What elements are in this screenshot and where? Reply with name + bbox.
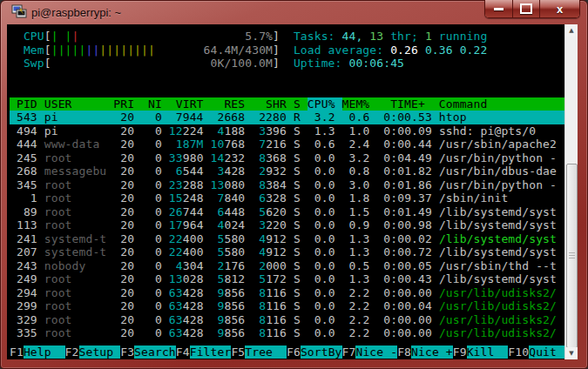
close-button[interactable]: x <box>540 0 579 17</box>
fkey-f7[interactable]: F7Nice - <box>342 346 398 359</box>
fkey-f1[interactable]: F1Help <box>10 346 65 359</box>
putty-icon <box>11 4 27 19</box>
column-header-ni[interactable]: NI <box>141 97 162 111</box>
column-header-pid[interactable]: PID <box>10 97 37 111</box>
column-header-res[interactable]: RES <box>211 97 246 111</box>
fkey-f3[interactable]: F3Search <box>120 346 176 359</box>
fkey-bar: F1Help F2Setup F3SearchF4FilterF5Tree F6… <box>10 346 565 359</box>
fkey-f4[interactable]: F4Filter <box>176 346 232 359</box>
column-header-pri[interactable]: PRI <box>113 97 134 111</box>
process-row-345[interactable]: 345 root 20 0 23288 13080 8384 S 0.0 3.0… <box>10 178 565 192</box>
scrollbar-down-button[interactable]: ▼ <box>565 347 578 359</box>
process-row-243[interactable]: 243 nobody 20 0 4304 2176 2000 S 0.0 0.5… <box>10 259 565 273</box>
process-row-89[interactable]: 89 root 20 0 26744 6448 5620 S 0.0 1.5 0… <box>10 205 565 219</box>
column-header-command[interactable]: Command <box>439 97 557 111</box>
window-title: pi@raspberrypi: ~ <box>31 6 121 19</box>
process-row-241[interactable]: 241 systemd-t 20 0 22400 5580 4912 S 0.0… <box>10 232 565 246</box>
tasks-line: Tasks: 44, 13 thr; 1 running <box>294 30 488 43</box>
process-row-494[interactable]: 494 pi 20 0 12224 4188 3396 S 1.3 1.0 0:… <box>10 124 565 138</box>
htop-screen: CPU[| || 5.7%] Tasks: 44, 13 thr; 1 runn… <box>10 30 565 359</box>
column-header-virt[interactable]: VIRT <box>169 97 204 111</box>
minimize-icon <box>494 8 504 10</box>
process-row-335[interactable]: 335 root 20 0 63428 9856 8116 S 0.0 2.2 … <box>10 326 565 340</box>
fkey-f2[interactable]: F2Setup <box>65 346 121 359</box>
scrollbar-grip-icon <box>569 252 575 259</box>
process-row-249[interactable]: 249 root 20 0 13028 5812 5172 S 0.0 1.3 … <box>10 272 565 286</box>
scrollbar-thumb[interactable] <box>566 164 578 348</box>
uptime-line: Uptime: 00:06:45 <box>294 57 404 70</box>
process-row-299[interactable]: 299 root 20 0 63428 9856 8116 S 0.0 2.2 … <box>10 299 565 313</box>
minimize-button[interactable] <box>485 0 513 17</box>
process-row-245[interactable]: 245 root 20 0 33980 14232 8368 S 0.0 3.2… <box>10 151 565 165</box>
scrollbar-up-button[interactable]: ▲ <box>565 24 578 37</box>
blank-line <box>10 70 565 84</box>
putty-window: pi@raspberrypi: ~ x CPU[| || 5.7%] Tasks… <box>0 0 588 369</box>
column-header-s[interactable]: S <box>294 97 301 111</box>
load-average-line: Load average: 0.26 0.36 0.22 <box>294 44 488 57</box>
swp-meter: Swp[ 0K/100.0M] Uptime: 00:06:45 <box>10 57 565 70</box>
column-header-user[interactable]: USER <box>44 97 107 111</box>
close-icon: x <box>557 3 563 15</box>
process-table-header: PID USER PRI NI VIRT RES SHR S CPU% MEM%… <box>10 97 565 111</box>
window-controls: x <box>484 0 580 18</box>
maximize-button[interactable] <box>513 0 540 17</box>
maximize-icon <box>520 3 532 14</box>
process-row-294[interactable]: 294 root 20 0 63428 9856 8116 S 0.0 2.2 … <box>10 286 565 300</box>
mem-meter: Mem[||||||||||||||| 64.4M/430M] Load ave… <box>10 44 565 57</box>
process-row-444[interactable]: 444 www-data 20 0 187M 10768 7216 S 0.6 … <box>10 138 565 151</box>
cpu-meter: CPU[| || 5.7%] Tasks: 44, 13 thr; 1 runn… <box>10 30 565 44</box>
fkey-f10[interactable]: F10Quit <box>508 346 571 359</box>
process-row-207[interactable]: 207 systemd-t 20 0 22400 5580 4912 S 0.0… <box>10 245 565 259</box>
column-header-cpu%[interactable]: CPU% <box>308 97 342 111</box>
fkey-f8[interactable]: F8Nice + <box>397 346 453 359</box>
process-row-268[interactable]: 268 messagebu 20 0 6544 3428 2932 S 0.0 … <box>10 164 565 178</box>
terminal: CPU[| || 5.7%] Tasks: 44, 13 thr; 1 runn… <box>7 24 578 359</box>
window-titlebar[interactable]: pi@raspberrypi: ~ x <box>0 0 588 24</box>
fkey-f9[interactable]: F9Kill <box>453 346 509 359</box>
fkey-f6[interactable]: F6SortBy <box>287 346 342 359</box>
column-header-mem%[interactable]: MEM% <box>342 97 370 111</box>
process-row-329[interactable]: 329 root 20 0 63428 9856 8116 S 0.0 2.2 … <box>10 313 565 327</box>
scrollbar[interactable]: ▲ ▼ <box>564 24 578 359</box>
fkey-f5[interactable]: F5Tree <box>231 346 287 359</box>
process-row-543[interactable]: 543 pi 20 0 7944 2668 2280 R 3.2 0.6 0:0… <box>10 111 565 124</box>
blank-line <box>10 84 565 97</box>
column-header-time+[interactable]: TIME+ <box>376 97 432 111</box>
column-header-shr[interactable]: SHR <box>252 97 287 111</box>
process-row-113[interactable]: 113 root 20 0 17964 4024 3220 S 0.0 0.9 … <box>10 218 565 232</box>
process-row-1[interactable]: 1 root 20 0 15248 7840 6328 S 0.0 1.8 0:… <box>10 191 565 205</box>
